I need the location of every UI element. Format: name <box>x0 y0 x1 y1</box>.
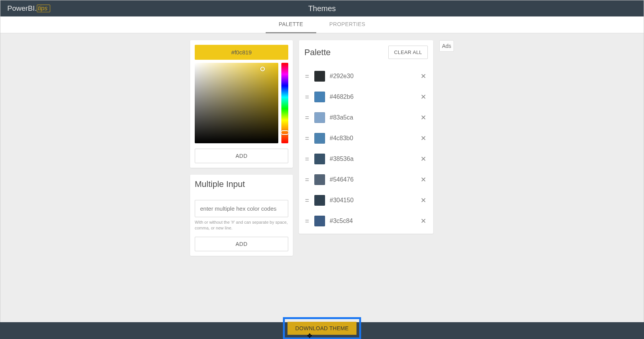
color-swatch <box>314 112 325 123</box>
drag-handle-icon[interactable]: = <box>304 75 310 78</box>
color-swatch <box>314 195 325 206</box>
drag-handle-icon[interactable]: = <box>304 178 310 182</box>
remove-color-icon[interactable]: ✕ <box>419 195 428 205</box>
color-hex-label: #292e30 <box>330 73 414 80</box>
palette-color-row: =#292e30✕ <box>304 66 428 87</box>
drag-handle-icon[interactable]: = <box>304 95 310 99</box>
saturation-handle[interactable] <box>260 67 265 71</box>
color-hex-label: #83a5ca <box>330 114 414 121</box>
palette-color-row: =#546476✕ <box>304 169 428 190</box>
add-color-button[interactable]: ADD <box>195 149 288 163</box>
remove-color-icon[interactable]: ✕ <box>419 113 428 123</box>
color-hex-label: #3c5c84 <box>330 218 414 224</box>
add-multiple-button[interactable]: ADD <box>195 237 288 251</box>
download-highlight: DOWNLOAD THEME ✥ <box>283 317 361 339</box>
page-title: Themes <box>308 4 336 13</box>
color-swatch <box>314 154 325 164</box>
drag-handle-icon[interactable]: = <box>304 219 310 223</box>
tab-properties[interactable]: PROPERTIES <box>316 16 378 33</box>
drag-handle-icon[interactable]: = <box>304 116 310 120</box>
multiple-input-card: Multiple Input With or without the '#' a… <box>190 175 293 256</box>
color-hex-label: #38536a <box>330 156 414 162</box>
color-swatch <box>314 174 325 185</box>
top-bar: PowerBI.tips Themes <box>0 0 644 16</box>
remove-color-icon[interactable]: ✕ <box>419 175 428 185</box>
remove-color-icon[interactable]: ✕ <box>419 92 428 102</box>
palette-title: Palette <box>304 47 331 57</box>
color-swatch <box>314 133 325 144</box>
hue-handle[interactable] <box>281 130 289 135</box>
palette-color-row: =#38536a✕ <box>304 149 428 169</box>
color-hex-label: #4682b6 <box>330 93 414 100</box>
remove-color-icon[interactable]: ✕ <box>419 154 428 164</box>
color-hex-label: #304150 <box>330 197 414 204</box>
color-swatch <box>314 216 325 226</box>
multiple-input-title: Multiple Input <box>195 179 288 189</box>
multiple-input-help: With or without the '#' and can separate… <box>195 219 288 231</box>
saturation-picker[interactable] <box>195 63 278 143</box>
palette-list: =#292e30✕=#4682b6✕=#83a5ca✕=#4c83b0✕=#38… <box>304 66 428 231</box>
palette-color-row: =#83a5ca✕ <box>304 107 428 128</box>
remove-color-icon[interactable]: ✕ <box>419 71 428 81</box>
logo-prefix: PowerBI. <box>7 4 37 13</box>
color-swatch <box>314 92 325 102</box>
logo-suffix: tips <box>37 5 50 12</box>
remove-color-icon[interactable]: ✕ <box>419 133 428 143</box>
tab-bar: PALETTE PROPERTIES <box>0 16 644 33</box>
color-picker-card: #f0c819 ADD <box>190 40 293 168</box>
color-hex-label: #546476 <box>330 176 414 183</box>
palette-card: Palette CLEAR ALL =#292e30✕=#4682b6✕=#83… <box>299 40 433 234</box>
logo[interactable]: PowerBI.tips <box>7 4 50 13</box>
hex-display: #f0c819 <box>195 45 288 60</box>
clear-all-button[interactable]: CLEAR ALL <box>388 46 428 59</box>
palette-color-row: =#4682b6✕ <box>304 87 428 107</box>
remove-color-icon[interactable]: ✕ <box>419 216 428 226</box>
multiple-hex-input[interactable] <box>195 200 288 217</box>
palette-color-row: =#304150✕ <box>304 190 428 211</box>
download-theme-button[interactable]: DOWNLOAD THEME <box>288 322 356 335</box>
content-area: #f0c819 ADD Multiple Input With or witho… <box>0 33 644 322</box>
ads-label[interactable]: Ads <box>439 40 454 52</box>
color-swatch <box>314 71 325 82</box>
drag-handle-icon[interactable]: = <box>304 137 310 140</box>
tab-palette[interactable]: PALETTE <box>266 16 316 33</box>
drag-handle-icon[interactable]: = <box>304 157 310 161</box>
palette-color-row: =#3c5c84✕ <box>304 211 428 231</box>
drag-handle-icon[interactable]: = <box>304 199 310 202</box>
color-hex-label: #4c83b0 <box>330 135 414 142</box>
hue-slider[interactable] <box>281 63 288 143</box>
palette-color-row: =#4c83b0✕ <box>304 128 428 149</box>
bottom-bar: DOWNLOAD THEME ✥ <box>0 322 644 339</box>
